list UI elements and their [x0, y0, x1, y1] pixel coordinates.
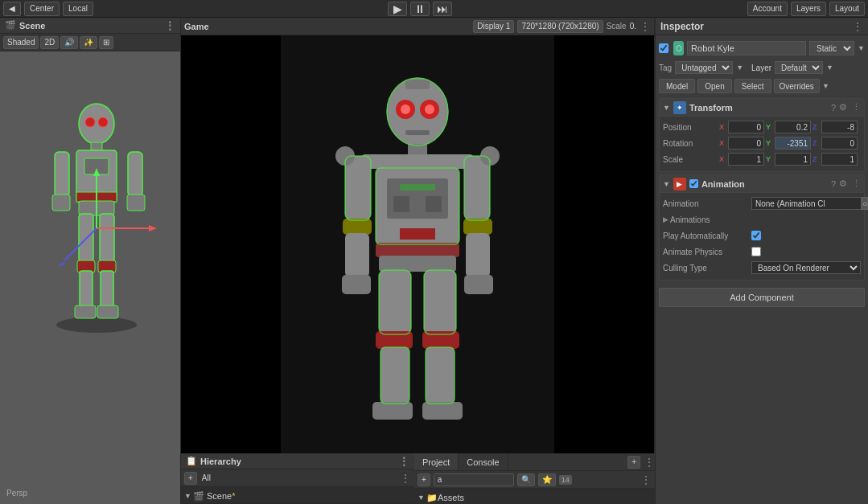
svg-rect-63: [422, 402, 463, 420]
shaded-btn[interactable]: Shaded: [3, 36, 39, 49]
svg-rect-12: [127, 195, 145, 211]
transform-header[interactable]: ▼ ✦ Transform ? ⚙ ⋮: [660, 99, 864, 117]
animation-component: ▼ ▶ Animation ? ⚙ ⋮ Animation ○: [659, 174, 865, 281]
svg-rect-11: [128, 152, 142, 196]
rotation-label: Rotation: [663, 139, 719, 148]
culling-dropdown[interactable]: Based On Renderer: [751, 261, 861, 274]
svg-rect-59: [372, 402, 413, 420]
overrides-btn[interactable]: Overrides: [774, 79, 820, 93]
persp-label: Persp: [6, 489, 27, 498]
transform-settings-icon[interactable]: ⚙: [839, 102, 847, 113]
hierarchy-list: ▼ 🎬 Scene* 🎥 Main Camera 💡 Directional L…: [181, 487, 414, 503]
svg-rect-37: [361, 154, 474, 169]
game-menu-icon[interactable]: ⋮: [640, 20, 651, 33]
pos-z-input[interactable]: [821, 121, 858, 133]
project-assets[interactable]: ▼ 📁 Assets: [414, 490, 655, 504]
scale-z-input[interactable]: [821, 153, 858, 166]
static-dropdown[interactable]: Static: [809, 41, 854, 55]
animation-value[interactable]: [751, 197, 862, 210]
scale-x-input[interactable]: [728, 153, 764, 166]
position-row: Position X Y Z: [663, 120, 861, 134]
center-btn[interactable]: Center: [24, 2, 60, 16]
svg-rect-55: [464, 275, 493, 294]
project-options[interactable]: ⋮: [640, 473, 652, 486]
local-btn[interactable]: Local: [63, 2, 93, 16]
anim-enabled-checkbox[interactable]: [689, 179, 698, 188]
animation-pick-btn[interactable]: ○: [862, 197, 868, 210]
pause-button[interactable]: ⏸: [410, 2, 430, 16]
obj-name-input[interactable]: [687, 41, 806, 55]
assets-arrow: ▼: [418, 494, 425, 502]
console-tab[interactable]: Console: [459, 453, 508, 470]
layout-btn[interactable]: Layout: [829, 2, 865, 16]
project-menu[interactable]: ⋮: [644, 456, 655, 469]
layers-btn[interactable]: Layers: [791, 2, 826, 16]
layer-arrow: ▼: [826, 64, 833, 72]
game-panel: Game Display 1 720*1280 (720x1280) Scale…: [181, 18, 655, 453]
rot-z-input[interactable]: [821, 137, 858, 150]
layer-select[interactable]: Default: [775, 61, 823, 74]
obj-enabled-checkbox[interactable]: [659, 43, 668, 53]
project-filter-btn[interactable]: 🔍: [517, 473, 535, 486]
anim-help-icon[interactable]: ?: [831, 179, 836, 189]
pos-x-label: X: [719, 123, 727, 131]
resolution-btn[interactable]: 720*1280 (720x1280): [517, 20, 603, 33]
pos-x-input[interactable]: [728, 121, 764, 133]
hierarchy-item-scene[interactable]: ▼ 🎬 Scene*: [181, 489, 414, 503]
hierarchy-menu[interactable]: ⋮: [398, 455, 409, 468]
rot-y-input[interactable]: [775, 137, 811, 150]
scene-grid-btn[interactable]: ⊞: [99, 36, 113, 49]
select-btn[interactable]: Select: [734, 79, 771, 93]
hierarchy-options[interactable]: ⋮: [400, 472, 411, 485]
svg-point-33: [401, 104, 410, 114]
play-auto-checkbox[interactable]: [751, 231, 761, 240]
project-starred-btn[interactable]: ⭐: [538, 473, 556, 486]
hierarchy-add-btn[interactable]: +: [184, 472, 197, 485]
tag-select[interactable]: Untagged: [675, 61, 733, 74]
anim-icon: ▶: [673, 178, 686, 191]
pos-y-group: Y: [766, 121, 811, 133]
anim-collapse-arrow: ▼: [663, 180, 670, 188]
project-toolbar: + 🔍 ⭐ 14 ⋮: [414, 471, 655, 489]
game-viewport[interactable]: [181, 35, 654, 453]
model-btn[interactable]: Model: [659, 79, 695, 93]
transform-menu-icon[interactable]: ⋮: [852, 102, 861, 113]
rotation-inputs: X Y Z: [719, 137, 861, 150]
project-add-btn[interactable]: +: [627, 456, 640, 469]
anim-menu-icon[interactable]: ⋮: [852, 178, 861, 189]
scene-viewport[interactable]: [0, 51, 180, 341]
scale-y-input[interactable]: [775, 153, 811, 166]
scene-panel-header: 🎬 Scene ⋮: [0, 18, 180, 34]
2d-btn[interactable]: 2D: [40, 36, 59, 49]
scene-nav-btn[interactable]: ◀: [3, 2, 21, 16]
animation-header[interactable]: ▼ ▶ Animation ? ⚙ ⋮: [660, 175, 864, 193]
rot-x-input[interactable]: [728, 137, 764, 150]
svg-point-4: [98, 117, 108, 127]
scene-audio-btn[interactable]: 🔊: [60, 36, 78, 49]
obj-type-icon: ⬡: [673, 41, 684, 55]
add-component-button[interactable]: Add Component: [659, 288, 865, 307]
project-tab[interactable]: Project: [414, 453, 459, 470]
svg-rect-54: [466, 233, 490, 277]
animation-field-row: Animation ○: [663, 196, 861, 211]
display-btn[interactable]: Display 1: [473, 20, 514, 33]
play-button[interactable]: ▶: [388, 2, 407, 16]
rot-y-label: Y: [766, 139, 774, 147]
project-search[interactable]: [434, 473, 514, 486]
inspector-menu[interactable]: ⋮: [852, 20, 863, 33]
play-auto-label: Play Automatically: [663, 232, 751, 240]
scene-menu-icon[interactable]: ⋮: [164, 19, 175, 32]
transform-help-icon[interactable]: ?: [831, 103, 836, 113]
pos-y-input[interactable]: [775, 121, 811, 133]
hierarchy-header: 📋 Hierarchy ⋮: [181, 453, 414, 469]
scene-fx-btn[interactable]: ✨: [80, 36, 97, 49]
svg-rect-5: [91, 142, 102, 150]
open-btn[interactable]: Open: [697, 79, 731, 93]
project-plus-btn[interactable]: +: [418, 473, 430, 486]
account-btn[interactable]: Account: [747, 2, 788, 16]
svg-rect-15: [100, 214, 114, 262]
animate-physics-checkbox[interactable]: [751, 247, 761, 256]
anim-settings-icon[interactable]: ⚙: [839, 178, 847, 189]
step-button[interactable]: ⏭: [433, 2, 452, 16]
svg-rect-20: [75, 305, 96, 318]
